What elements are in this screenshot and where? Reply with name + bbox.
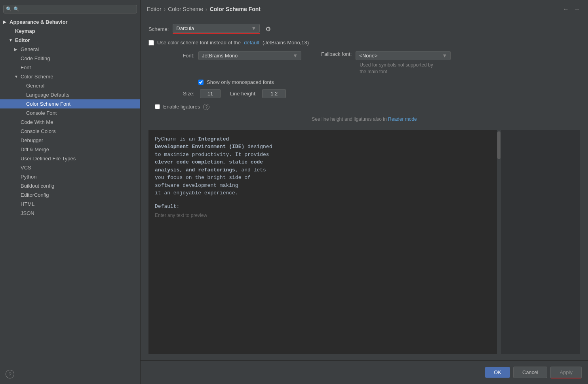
sidebar-item-label: Console Font xyxy=(26,110,57,116)
sidebar-item-user-defined-file-types[interactable]: User-Defined File Types xyxy=(0,154,140,163)
sidebar-item-diff-merge[interactable]: Diff & Merge xyxy=(0,145,140,154)
search-input[interactable] xyxy=(13,6,134,12)
preview-line7: software development making xyxy=(155,182,495,190)
preview-line4-bold: clever code completion, static code xyxy=(155,159,263,165)
sidebar-item-color-scheme-general[interactable]: General xyxy=(0,81,140,90)
sidebar-nav: ▶Appearance & BehaviorKeymap▼Editor▶Gene… xyxy=(0,17,140,218)
line-height-label: Line height: xyxy=(230,91,257,97)
content-area: Scheme: Darcula ▼ ⚙ Use color scheme fon… xyxy=(141,17,588,360)
sidebar-item-color-scheme-font[interactable]: Color Scheme Font xyxy=(0,99,140,108)
sidebar-item-label: Buildout config xyxy=(21,183,54,189)
fallback-font-select[interactable]: <None> ▼ xyxy=(356,51,451,60)
sidebar-item-html[interactable]: HTML xyxy=(0,200,140,209)
help-button[interactable]: ? xyxy=(6,370,14,378)
use-color-scheme-font-row: Use color scheme font instead of the def… xyxy=(148,40,580,46)
font-select[interactable]: JetBrains Mono ▼ xyxy=(198,51,301,60)
sidebar-item-debugger[interactable]: Debugger xyxy=(0,136,140,145)
sidebar-item-label: Python xyxy=(21,174,36,180)
gear-button[interactable]: ⚙ xyxy=(264,25,272,34)
sidebar-item-label: EditorConfig xyxy=(21,192,49,198)
chevron-down-icon: ▼ xyxy=(251,25,256,31)
sidebar-item-code-editing[interactable]: Code Editing xyxy=(0,54,140,63)
help-icon[interactable]: ? xyxy=(203,104,209,110)
sidebar-item-font[interactable]: Font xyxy=(0,63,140,72)
breadcrumb-sep2: › xyxy=(206,6,207,12)
scrollbar-thumb xyxy=(497,131,500,159)
reader-mode-link[interactable]: Reader mode xyxy=(388,116,417,122)
scheme-row: Scheme: Darcula ▼ ⚙ xyxy=(148,24,580,34)
font-select-text: JetBrains Mono xyxy=(202,53,289,59)
preview-line2: Development Environment (IDE) designed xyxy=(155,143,495,151)
sidebar-item-label: JSON xyxy=(21,210,34,216)
ligatures-row: Enable ligatures ? xyxy=(155,104,580,110)
default-hint: (JetBrains Mono,13) xyxy=(263,40,309,46)
fallback-chevron-icon: ▼ xyxy=(442,53,447,59)
preview-left: PyCharm is an Integrated Development Env… xyxy=(148,130,501,354)
cancel-button[interactable]: Cancel xyxy=(513,367,547,378)
sidebar-item-label: VCS xyxy=(21,165,31,171)
sidebar-item-console-font[interactable]: Console Font xyxy=(0,108,140,118)
preview-line5-bold: analysis, and refactorings, xyxy=(155,167,238,173)
fallback-font-container: <None> ▼ Used for symbols not supported … xyxy=(356,51,451,75)
sidebar-item-language-defaults[interactable]: Language Defaults xyxy=(0,90,140,99)
sidebar-item-label: General xyxy=(21,46,39,52)
preview-right xyxy=(501,130,580,354)
default-link[interactable]: default xyxy=(244,40,259,46)
fallback-font-select-text: <None> xyxy=(359,53,439,59)
sidebar-item-python[interactable]: Python xyxy=(0,172,140,181)
ligatures-label: Enable ligatures xyxy=(163,104,200,110)
sidebar-item-json[interactable]: JSON xyxy=(0,209,140,218)
breadcrumb: Editor › Color Scheme › Color Scheme Fon… xyxy=(141,0,588,17)
fallback-note: Used for symbols not supported by the ma… xyxy=(360,62,439,75)
monospaced-checkbox[interactable] xyxy=(198,80,204,85)
ok-button[interactable]: OK xyxy=(485,367,510,378)
line-height-input[interactable] xyxy=(262,89,286,98)
arrow-icon: ▼ xyxy=(14,74,19,79)
search-box[interactable]: 🔍 xyxy=(3,5,137,13)
sidebar-item-code-with-me[interactable]: Code With Me xyxy=(0,118,140,127)
main-content: Editor › Color Scheme › Color Scheme Fon… xyxy=(141,0,588,384)
preview-line7-normal: software development making xyxy=(155,182,238,188)
size-row: Size: Line height: xyxy=(155,89,580,98)
preview-text: PyCharm is an Integrated Development Env… xyxy=(155,135,495,197)
use-color-scheme-font-checkbox[interactable] xyxy=(148,40,154,46)
sidebar-item-label: Font xyxy=(21,65,31,70)
sidebar-item-editor[interactable]: ▼Editor xyxy=(0,36,140,45)
sidebar-item-label: Code Editing xyxy=(21,55,50,61)
scheme-select[interactable]: Darcula ▼ xyxy=(173,24,260,33)
sidebar-item-label: Code With Me xyxy=(21,119,53,125)
arrow-icon: ▶ xyxy=(3,20,8,24)
preview-scrollbar[interactable] xyxy=(497,130,501,354)
sidebar-item-editorconfig[interactable]: EditorConfig xyxy=(0,190,140,200)
font-row: Font: JetBrains Mono ▼ xyxy=(155,51,301,60)
sidebar-item-vcs[interactable]: VCS xyxy=(0,163,140,172)
size-input[interactable] xyxy=(200,89,221,98)
arrow-icon: ▼ xyxy=(9,38,13,42)
sidebar-item-appearance-behavior[interactable]: ▶Appearance & Behavior xyxy=(0,17,140,27)
breadcrumb-current: Color Scheme Font xyxy=(210,6,261,12)
preview-line4: clever code completion, static code xyxy=(155,158,495,166)
sidebar-item-keymap[interactable]: Keymap xyxy=(0,27,140,36)
preview-line6-normal: you focus on the bright side of xyxy=(155,175,251,181)
preview-line2-bold: Development Environment (IDE) xyxy=(155,144,244,150)
sidebar-item-label: HTML xyxy=(21,201,34,207)
sidebar-item-general[interactable]: ▶General xyxy=(0,45,140,54)
sidebar-item-label: Color Scheme xyxy=(21,74,53,80)
breadcrumb-editor: Editor xyxy=(147,6,162,12)
apply-button[interactable]: Apply xyxy=(550,367,582,378)
font-settings-grid: Font: JetBrains Mono ▼ Fallback font: <N… xyxy=(155,51,580,98)
sidebar-item-label: Keymap xyxy=(15,28,35,34)
reader-mode-text: See line height and ligatures also in xyxy=(312,116,386,122)
sidebar-item-buildout-config[interactable]: Buildout config xyxy=(0,181,140,190)
preview-line5-normal: and lets xyxy=(238,167,266,173)
font-main-row: Font: JetBrains Mono ▼ Fallback font: <N… xyxy=(155,51,580,75)
preview-input-hint: Enter any text to preview xyxy=(155,213,495,218)
reader-mode-note: See line height and ligatures also in Re… xyxy=(148,116,580,122)
preview-line1: PyCharm is an Integrated xyxy=(155,135,495,143)
nav-back-button[interactable]: ← xyxy=(561,5,571,13)
ligatures-checkbox[interactable] xyxy=(155,104,160,109)
preview-line3: to maximize productivity. It provides xyxy=(155,151,495,159)
nav-forward-button[interactable]: → xyxy=(572,5,582,13)
sidebar-item-color-scheme[interactable]: ▼Color Scheme xyxy=(0,72,140,81)
sidebar-item-console-colors[interactable]: Console Colors xyxy=(0,127,140,136)
